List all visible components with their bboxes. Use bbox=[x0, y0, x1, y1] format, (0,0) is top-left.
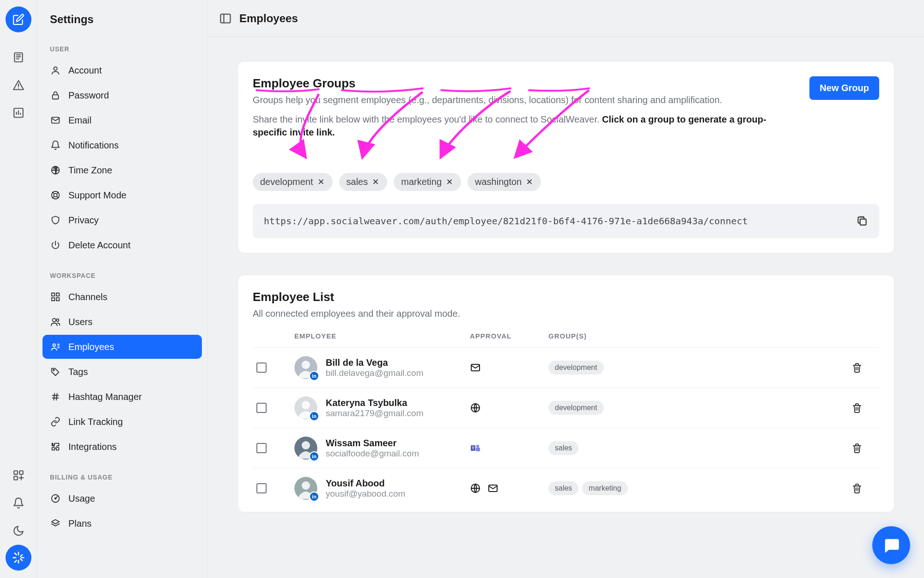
rail-bell-icon[interactable] bbox=[8, 493, 29, 513]
avatar: in bbox=[294, 477, 317, 500]
employee-email: bill.delavega@gmail.com bbox=[326, 368, 424, 378]
row-checkbox[interactable] bbox=[256, 483, 267, 493]
web-icon[interactable] bbox=[470, 402, 481, 413]
group-chip-development[interactable]: development bbox=[253, 173, 333, 191]
list-header: EMPLOYEE APPROVAL GROUP(S) bbox=[253, 320, 879, 348]
users-icon bbox=[50, 316, 61, 327]
compose-button[interactable] bbox=[6, 6, 31, 32]
employee-email: yousif@yabood.com bbox=[326, 489, 405, 499]
sidebar-toggle-icon[interactable] bbox=[219, 12, 232, 25]
avatar: in bbox=[294, 356, 317, 379]
workspace-avatar[interactable] bbox=[6, 545, 31, 571]
row-group-chip[interactable]: marketing bbox=[582, 481, 627, 495]
nav-integrations[interactable]: Integrations bbox=[43, 435, 202, 459]
nav-account[interactable]: Account bbox=[43, 58, 202, 82]
invite-url[interactable]: https://app.socialweaver.com/auth/employ… bbox=[264, 215, 850, 227]
nav-tags[interactable]: Tags bbox=[43, 360, 202, 384]
employee-name: Kateryna Tsybulka bbox=[326, 398, 424, 408]
delete-row-icon[interactable] bbox=[851, 402, 879, 413]
svg-point-16 bbox=[53, 319, 56, 322]
row-checkbox[interactable] bbox=[256, 403, 267, 413]
groups-title: Employee Groups bbox=[253, 76, 798, 91]
remove-chip-icon[interactable] bbox=[372, 178, 380, 186]
link-icon bbox=[50, 416, 61, 427]
employee-email: samara2179@gmail.com bbox=[326, 408, 424, 418]
row-group-chip[interactable]: sales bbox=[548, 481, 578, 495]
groups-cell: salesmarketing bbox=[548, 481, 851, 495]
group-chip-washington[interactable]: washington bbox=[468, 173, 541, 191]
groups-desc-2a: Share the invite link below with the emp… bbox=[253, 114, 602, 124]
groups-cell: development bbox=[548, 361, 851, 375]
invite-link-box: https://app.socialweaver.com/auth/employ… bbox=[253, 204, 879, 238]
remove-chip-icon[interactable] bbox=[446, 178, 454, 186]
nav-label: Hashtag Manager bbox=[68, 392, 142, 402]
col-groups: GROUP(S) bbox=[548, 332, 851, 340]
delete-row-icon[interactable] bbox=[851, 483, 879, 494]
approval-cell: T bbox=[470, 443, 548, 454]
nav-label: Employees bbox=[68, 342, 114, 352]
teams-icon[interactable]: T bbox=[470, 443, 481, 454]
nav-usage[interactable]: Usage bbox=[43, 486, 202, 510]
linkedin-badge-icon: in bbox=[309, 451, 319, 461]
linkedin-badge-icon: in bbox=[309, 371, 319, 381]
remove-chip-icon[interactable] bbox=[318, 178, 325, 186]
avatar: in bbox=[294, 437, 317, 460]
main-panel: Employees Employee Groups Groups help yo… bbox=[208, 0, 924, 578]
nav-label: Plans bbox=[68, 518, 91, 529]
nav-notifications[interactable]: Notifications bbox=[43, 133, 202, 157]
chat-launcher[interactable] bbox=[872, 526, 910, 564]
nav-label: Users bbox=[68, 317, 92, 327]
delete-row-icon[interactable] bbox=[851, 362, 879, 373]
list-title: Employee List bbox=[253, 290, 879, 304]
rail-alerts-icon[interactable] bbox=[8, 75, 29, 95]
svg-rect-35 bbox=[476, 448, 480, 451]
remove-chip-icon[interactable] bbox=[526, 178, 534, 186]
row-group-chip[interactable]: sales bbox=[548, 441, 578, 455]
mail-icon[interactable] bbox=[470, 362, 481, 373]
avatar: in bbox=[294, 396, 317, 419]
delete-row-icon[interactable] bbox=[851, 443, 879, 454]
user-icon bbox=[50, 65, 61, 76]
svg-point-28 bbox=[302, 401, 310, 409]
nav-privacy[interactable]: Privacy bbox=[43, 208, 202, 232]
row-group-chip[interactable]: development bbox=[548, 361, 604, 375]
nav-delete-account[interactable]: Delete Account bbox=[43, 233, 202, 257]
employee-groups-card: Employee Groups Groups help you segment … bbox=[237, 61, 894, 253]
nav-channels[interactable]: Channels bbox=[43, 285, 202, 309]
nav-timezone[interactable]: Time Zone bbox=[43, 158, 202, 182]
nav-link-tracking[interactable]: Link Tracking bbox=[43, 410, 202, 434]
group-chip-marketing[interactable]: marketing bbox=[394, 173, 461, 191]
rail-feed-icon[interactable] bbox=[8, 47, 29, 68]
topbar: Employees bbox=[208, 0, 924, 37]
nav-support-mode[interactable]: Support Mode bbox=[43, 183, 202, 207]
nav-password[interactable]: Password bbox=[43, 83, 202, 107]
nav-employees[interactable]: Employees bbox=[43, 335, 202, 359]
group-chip-sales[interactable]: sales bbox=[339, 173, 388, 191]
settings-sidebar: Settings USER Account Password Email Not… bbox=[37, 0, 208, 578]
svg-rect-15 bbox=[56, 298, 59, 301]
svg-point-17 bbox=[56, 319, 59, 322]
web-icon[interactable] bbox=[470, 483, 481, 494]
nav-hashtag-manager[interactable]: Hashtag Manager bbox=[43, 385, 202, 409]
nav-email[interactable]: Email bbox=[43, 108, 202, 132]
badge-icon bbox=[50, 341, 61, 352]
svg-point-37 bbox=[302, 481, 310, 490]
rail-apps-icon[interactable] bbox=[8, 465, 29, 486]
rail-analytics-icon[interactable] bbox=[8, 103, 29, 123]
nav-label: Password bbox=[68, 90, 109, 101]
row-group-chip[interactable]: development bbox=[548, 401, 604, 415]
svg-rect-22 bbox=[221, 14, 231, 23]
approval-cell bbox=[470, 402, 548, 413]
employee-email: socialfoode@gmail.com bbox=[326, 449, 419, 459]
col-employee: EMPLOYEE bbox=[294, 332, 470, 340]
employee-row: in Yousif Abood yousif@yabood.com salesm… bbox=[253, 468, 879, 508]
row-checkbox[interactable] bbox=[256, 363, 267, 373]
nav-plans[interactable]: Plans bbox=[43, 511, 202, 535]
row-checkbox[interactable] bbox=[256, 443, 267, 453]
nav-label: Account bbox=[68, 65, 102, 76]
rail-theme-icon[interactable] bbox=[8, 521, 29, 541]
new-group-button[interactable]: New Group bbox=[809, 76, 879, 100]
mail-icon[interactable] bbox=[487, 483, 498, 494]
nav-users[interactable]: Users bbox=[43, 310, 202, 334]
copy-icon[interactable] bbox=[856, 215, 868, 227]
